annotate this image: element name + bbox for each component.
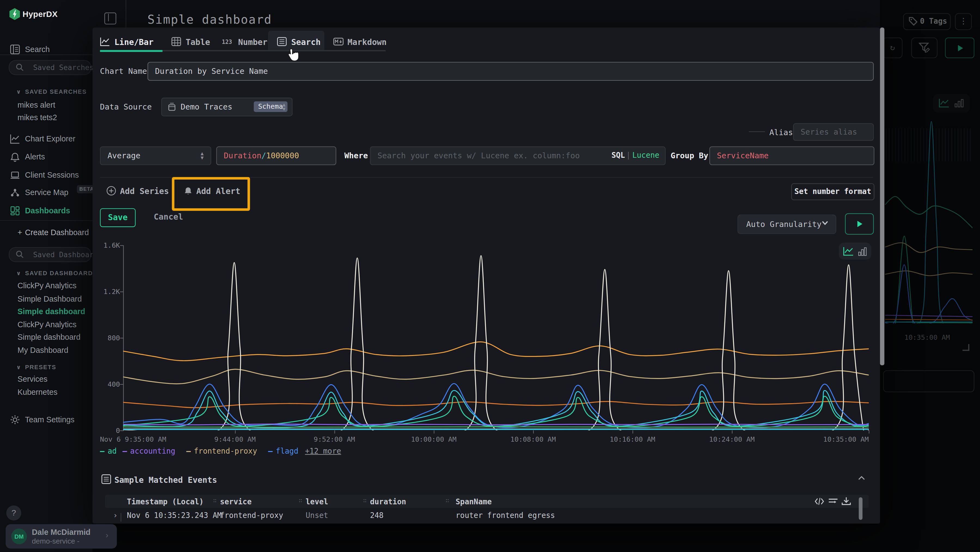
app-stage: HyperDX Simple dashboard 0 Tags ⋮ ↻ [0,0,980,552]
download-icon[interactable] [841,497,851,507]
sidebar-label-service-map: Service Map [25,188,68,197]
col-level[interactable]: level [306,497,328,506]
col-spanname[interactable]: SpanName [456,497,492,506]
alias-divider [749,131,765,132]
chart-explorer-icon [10,134,20,144]
cell-duration: 248 [370,511,383,520]
x-tick-label: 10:35:00 AM [806,436,869,444]
dashboards-icon [10,206,20,216]
dashboard-item[interactable]: Simple Dashboard [18,295,82,303]
alias-input[interactable]: Series alias [793,123,874,140]
x-tick-label: 10:00:00 AM [402,436,465,444]
dashboard-item-active[interactable]: Simple dashboard [18,307,85,316]
cell-service: frontend-proxy [220,511,283,520]
top-bar: HyperDX Simple dashboard [0,0,980,27]
hyperdx-logo-icon[interactable] [9,8,20,20]
preset-item[interactable]: Kubernetes [18,388,57,396]
sidebar-item-dashboards[interactable]: Dashboards [0,205,92,218]
series-dark-orange [123,401,869,408]
sidebar-item-team-settings[interactable]: Team Settings [0,414,92,427]
legend-item[interactable]: —ad [100,447,116,455]
column-drag-handle[interactable]: ∷ [299,497,301,504]
wrap-lines-icon[interactable] [828,497,838,507]
column-drag-handle[interactable]: ∷ [213,497,216,504]
code-view-icon[interactable] [815,497,824,507]
col-service[interactable]: service [220,497,251,506]
cancel-button[interactable]: Cancel [154,212,183,221]
save-button[interactable]: Save [100,209,135,227]
y-tick [120,292,123,292]
run-chart-button[interactable] [845,213,874,235]
x-tick [434,431,434,434]
saved-search-item[interactable]: mikes alert [18,101,55,110]
legend-more-link[interactable]: +12 more [305,447,341,455]
saved-search-item[interactable]: mikes tets2 [18,113,57,122]
sql-toggle[interactable]: SQL [611,151,625,160]
duration-chart[interactable] [123,245,869,431]
saved-dashboards-placeholder: Saved Dashboards [33,250,102,259]
legend-item[interactable]: —accounting [123,447,175,455]
lucene-toggle[interactable]: Lucene [632,151,660,160]
chart-name-input[interactable]: Duration by Service Name [148,62,874,81]
series-orange [123,342,869,361]
y-tick [120,384,123,385]
help-button[interactable]: ? [6,506,21,520]
sidebar-divider [0,54,92,55]
sample-events-title: Sample Matched Events [115,475,217,485]
col-duration[interactable]: duration [370,497,406,506]
presets-caption[interactable]: ∨PRESETS [16,364,56,370]
create-dashboard-button[interactable]: + Create Dashboard [0,227,92,239]
select-chevrons-icon: ▲▼ [283,103,286,112]
series-gray-low [123,429,869,429]
table-scrollbar[interactable] [859,497,863,520]
series-purple [123,424,869,425]
sidebar-item-chart-explorer[interactable]: Chart Explorer [0,133,92,146]
y-tick-label: 0 [97,427,120,435]
chevron-down-icon: ∨ [16,89,22,95]
dashboard-item[interactable]: Simple dashboard [18,333,80,341]
dashboard-item[interactable]: My Dashboard [18,346,68,355]
user-card[interactable]: DM Dale McDiarmid demo-service - › [6,524,117,549]
set-number-format-button[interactable]: Set number format [791,183,874,200]
legend-item[interactable]: —flagd [268,447,298,455]
y-tick [120,338,123,338]
sidebar-divider [0,220,92,221]
database-icon [167,103,176,112]
group-by-label: Group By [671,151,708,160]
where-search-input[interactable]: Search your events w/ Lucene ex. column:… [370,146,666,165]
row-expand-icon[interactable]: › [113,511,118,520]
y-tick [120,245,123,246]
sidebar-item-client-sessions[interactable]: Client Sessions [0,169,92,182]
service-map-icon [10,188,20,198]
sidebar-label-team-settings: Team Settings [25,415,75,424]
granularity-select[interactable]: Auto Granularity [737,215,836,234]
collapse-section-icon[interactable] [858,474,865,482]
field-expression-input[interactable]: Duration/1000000 [216,146,336,165]
add-series-button[interactable]: Add Series [108,187,169,196]
modal-overlay-bottom [92,524,880,552]
data-source-select[interactable]: Demo Traces Schema ▲▼ [161,97,293,116]
saved-searches-caption[interactable]: ∨SAVED SEARCHES [16,88,87,95]
app-name[interactable]: HyperDX [22,9,58,19]
saved-dashboards-input[interactable]: Saved Dashboards [9,247,91,262]
sidebar-collapse-icon[interactable] [104,13,116,24]
sidebar-label-chart-explorer: Chart Explorer [25,135,75,143]
dashboard-item[interactable]: ClickPy Analytics [18,281,76,290]
page-scrollbar[interactable] [880,27,885,365]
sidebar-item-service-map[interactable]: Service Map BETA [0,187,92,199]
aggregation-select[interactable]: Average ▲▼ [100,146,211,165]
column-drag-handle[interactable]: ∷ [363,497,366,504]
column-drag-handle[interactable]: ∷ [445,497,449,504]
preset-item[interactable]: Services [18,375,48,383]
sidebar: Search Saved Searches ∨SAVED SEARCHES mi… [0,27,92,552]
sidebar-item-alerts[interactable]: Alerts [0,152,92,164]
saved-dashboards-caption[interactable]: ∨SAVED DASHBOARDS [16,270,97,276]
legend-item[interactable]: —frontend-proxy [186,447,257,455]
x-tick [533,431,533,434]
group-by-input[interactable]: ServiceName [710,146,874,165]
search-icon [16,250,24,258]
saved-searches-input[interactable]: Saved Searches [9,60,91,75]
cell-level: Unset [306,511,328,520]
dashboard-item[interactable]: ClickPy Analytics [18,321,76,329]
col-timestamp[interactable]: Timestamp (Local) [127,497,204,506]
